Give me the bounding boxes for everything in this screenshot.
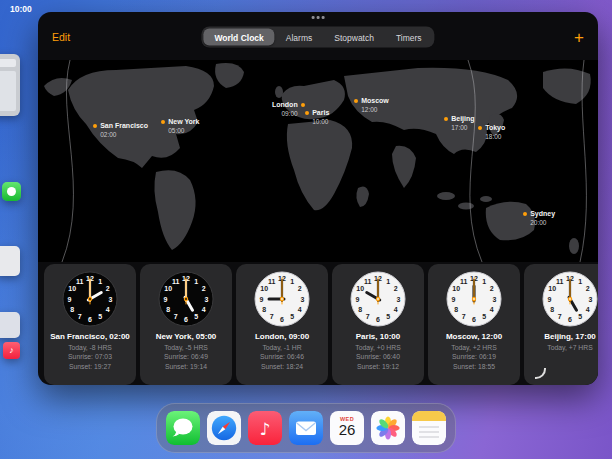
svg-text:5: 5: [98, 313, 102, 320]
svg-text:8: 8: [262, 306, 266, 313]
svg-text:5: 5: [482, 313, 486, 320]
svg-text:4: 4: [106, 306, 110, 313]
dock-icon-notes[interactable]: [412, 411, 446, 445]
world-clock-card-san-francisco[interactable]: 123456789101112 San Francisco, 02:00 Tod…: [44, 264, 136, 385]
svg-text:4: 4: [394, 306, 398, 313]
edit-button[interactable]: Edit: [52, 31, 70, 43]
recent-app-thumbnail-document[interactable]: [0, 246, 20, 276]
svg-text:3: 3: [301, 296, 305, 303]
svg-text:11: 11: [364, 278, 372, 285]
svg-text:9: 9: [260, 296, 264, 303]
add-clock-button[interactable]: +: [574, 29, 584, 46]
svg-text:1: 1: [578, 278, 582, 285]
world-clock-card-new-york[interactable]: 123456789101112 New York, 05:00 Today, -…: [140, 264, 232, 385]
map-city-paris: Paris10:00: [305, 109, 329, 126]
world-clock-card-paris[interactable]: 123456789101112 Paris, 10:00 Today, +0 H…: [332, 264, 424, 385]
svg-text:6: 6: [88, 316, 92, 323]
map-city-new-york: New York05:00: [161, 118, 199, 135]
svg-text:8: 8: [70, 306, 74, 313]
analog-clock: 123456789101112: [542, 271, 598, 327]
svg-text:4: 4: [298, 306, 302, 313]
tab-alarms[interactable]: Alarms: [275, 29, 323, 46]
svg-text:9: 9: [164, 296, 168, 303]
dock-icon-mail[interactable]: [289, 411, 323, 445]
svg-text:9: 9: [68, 296, 72, 303]
svg-text:7: 7: [558, 313, 562, 320]
svg-text:1: 1: [482, 278, 486, 285]
analog-clock: 123456789101112: [350, 271, 406, 327]
svg-text:5: 5: [194, 313, 198, 320]
svg-text:6: 6: [376, 316, 380, 323]
svg-text:10: 10: [548, 285, 556, 292]
svg-text:3: 3: [397, 296, 401, 303]
svg-text:2: 2: [586, 285, 590, 292]
svg-text:5: 5: [578, 313, 582, 320]
svg-text:5: 5: [290, 313, 294, 320]
city-dot: [161, 120, 165, 124]
svg-text:6: 6: [184, 316, 188, 323]
svg-text:8: 8: [358, 306, 362, 313]
dock-icon-calendar[interactable]: WED 26: [330, 411, 364, 445]
recent-app-thumbnail-document-2[interactable]: [0, 312, 20, 338]
svg-text:8: 8: [550, 306, 554, 313]
recent-app-thumbnail-music[interactable]: ♪: [3, 342, 20, 359]
svg-text:7: 7: [462, 313, 466, 320]
city-dot: [354, 99, 358, 103]
dock-icon-music[interactable]: ♪: [248, 411, 282, 445]
svg-text:1: 1: [98, 278, 102, 285]
analog-clock: 123456789101112: [446, 271, 502, 327]
svg-text:11: 11: [556, 278, 564, 285]
dock-icon-safari[interactable]: [207, 411, 241, 445]
clock-toolbar: Edit World Clock Alarms Stopwatch Timers…: [38, 21, 598, 53]
dock-icon-photos[interactable]: [371, 411, 405, 445]
svg-text:1: 1: [290, 278, 294, 285]
analog-clock: 123456789101112: [62, 271, 118, 327]
dock-icon-messages[interactable]: [166, 411, 200, 445]
map-city-san-francisco: San Francisco02:00: [93, 122, 148, 139]
svg-text:6: 6: [568, 316, 572, 323]
city-dot: [93, 124, 97, 128]
svg-text:2: 2: [394, 285, 398, 292]
city-dot: [301, 103, 305, 107]
svg-text:10: 10: [260, 285, 268, 292]
svg-text:11: 11: [268, 278, 276, 285]
recent-app-thumbnail-green-app[interactable]: [2, 182, 21, 201]
messages-icon: [166, 411, 200, 445]
map-city-london: London09:00: [272, 101, 305, 118]
map-city-moscow: Moscow12:00: [354, 97, 389, 114]
svg-text:4: 4: [202, 306, 206, 313]
analog-clock: 123456789101112: [254, 271, 310, 327]
svg-text:2: 2: [202, 285, 206, 292]
svg-text:3: 3: [205, 296, 209, 303]
svg-text:4: 4: [586, 306, 590, 313]
svg-text:1: 1: [386, 278, 390, 285]
svg-text:6: 6: [280, 316, 284, 323]
svg-text:7: 7: [366, 313, 370, 320]
svg-text:8: 8: [166, 306, 170, 313]
recent-app-thumbnail-window[interactable]: [0, 54, 20, 116]
svg-text:9: 9: [548, 296, 552, 303]
tab-stopwatch[interactable]: Stopwatch: [323, 29, 385, 46]
safari-icon: [207, 411, 241, 445]
map-city-tokyo: Tokyo18:00: [478, 124, 505, 141]
tab-timers[interactable]: Timers: [385, 29, 433, 46]
calendar-day: 26: [339, 421, 356, 438]
svg-text:2: 2: [106, 285, 110, 292]
city-dot: [478, 126, 482, 130]
svg-text:7: 7: [174, 313, 178, 320]
world-clock-card-london[interactable]: 123456789101112 London, 09:00 Today, -1 …: [236, 264, 328, 385]
world-clock-card-moscow[interactable]: 123456789101112 Moscow, 12:00 Today, +2 …: [428, 264, 520, 385]
city-dot: [523, 212, 527, 216]
svg-text:8: 8: [454, 306, 458, 313]
window-drag-handle[interactable]: [312, 16, 325, 19]
svg-text:1: 1: [194, 278, 198, 285]
world-clock-card-beijing[interactable]: 123456789101112 Beijing, 17:00 Today, +7…: [524, 264, 598, 385]
svg-text:7: 7: [270, 313, 274, 320]
tab-world-clock[interactable]: World Clock: [203, 29, 274, 46]
clock-tab-bar: World Clock Alarms Stopwatch Timers: [201, 27, 434, 48]
svg-text:10: 10: [164, 285, 172, 292]
svg-text:11: 11: [172, 278, 180, 285]
svg-text:7: 7: [78, 313, 82, 320]
svg-text:5: 5: [386, 313, 390, 320]
svg-text:6: 6: [472, 316, 476, 323]
